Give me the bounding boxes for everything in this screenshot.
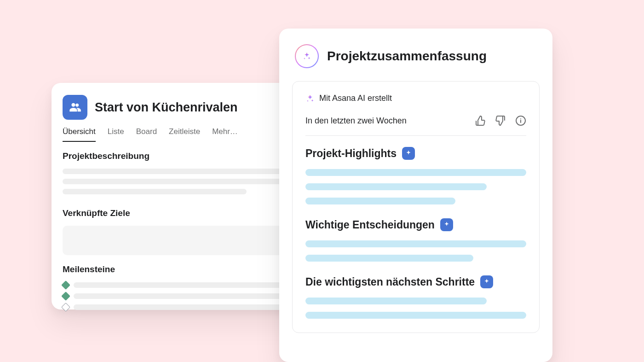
goals-heading: Verknüpfte Ziele xyxy=(63,208,305,218)
skeleton-line xyxy=(305,198,455,204)
thumbs-down-icon[interactable] xyxy=(495,115,506,126)
decisions-heading: Wichtige Entscheidungen xyxy=(305,219,435,231)
tab-timeline[interactable]: Zeitleiste xyxy=(169,127,200,142)
ai-created-line: Mit Asana AI erstellt xyxy=(305,93,526,103)
milestone-open-icon xyxy=(61,303,70,312)
goals-section: Verknüpfte Ziele xyxy=(52,199,316,255)
skeleton-line xyxy=(305,255,473,262)
ai-created-label: Mit Asana AI erstellt xyxy=(319,93,392,103)
project-tabs: Übersicht Liste Board Zeitleiste Mehr… xyxy=(52,127,316,142)
milestone-row xyxy=(63,293,305,299)
summary-card: Projektzusammenfassung Mit Asana AI erst… xyxy=(279,29,552,362)
milestones-section: Meilensteine xyxy=(52,255,316,310)
goals-placeholder xyxy=(63,226,305,255)
skeleton-line xyxy=(305,183,487,190)
skeleton-line xyxy=(305,169,526,176)
skeleton-line xyxy=(74,282,305,288)
decisions-section: Wichtige Entscheidungen xyxy=(305,218,526,262)
highlights-section: Projekt-Highlights xyxy=(305,147,526,204)
milestone-done-icon xyxy=(61,280,70,290)
thumbs-up-icon[interactable] xyxy=(475,115,486,126)
divider xyxy=(305,135,526,136)
skeleton-line xyxy=(63,169,305,174)
skeleton-line xyxy=(305,240,526,247)
feedback-actions xyxy=(475,115,526,126)
next-steps-heading: Die wichtigsten nächsten Schritte xyxy=(305,276,475,288)
next-steps-section: Die wichtigsten nächsten Schritte xyxy=(305,275,526,319)
milestone-done-icon xyxy=(61,292,70,301)
ai-circle-icon xyxy=(295,44,319,68)
project-card: Start von Küchenrivalen Übersicht Liste … xyxy=(52,83,316,309)
milestone-row xyxy=(63,304,305,310)
sparkle-icon xyxy=(305,94,315,103)
sparkle-icon xyxy=(302,52,311,61)
summary-header: Projektzusammenfassung xyxy=(292,44,540,68)
tab-list[interactable]: Liste xyxy=(108,127,124,142)
skeleton-line xyxy=(63,189,247,194)
skeleton-line xyxy=(305,312,526,319)
period-row: In den letzten zwei Wochen xyxy=(305,115,526,126)
svg-point-2 xyxy=(520,118,521,119)
ai-badge-icon xyxy=(480,275,493,288)
project-header: Start von Küchenrivalen xyxy=(52,95,316,127)
summary-title: Projektzusammenfassung xyxy=(327,49,487,64)
ai-badge-icon xyxy=(402,147,415,160)
project-people-icon xyxy=(63,95,87,120)
milestone-row xyxy=(63,282,305,288)
description-heading: Projektbeschreibung xyxy=(63,151,305,161)
skeleton-line xyxy=(74,293,305,299)
info-icon[interactable] xyxy=(515,115,526,126)
description-section: Projektbeschreibung xyxy=(52,142,316,194)
highlights-heading: Projekt-Highlights xyxy=(305,147,397,160)
project-title: Start von Küchenrivalen xyxy=(95,100,238,115)
summary-panel: Mit Asana AI erstellt In den letzten zwe… xyxy=(292,81,540,333)
skeleton-line xyxy=(63,179,293,184)
ai-badge-icon xyxy=(440,218,453,231)
tab-board[interactable]: Board xyxy=(136,127,157,142)
skeleton-line xyxy=(74,304,305,310)
milestones-heading: Meilensteine xyxy=(63,264,305,274)
tab-more[interactable]: Mehr… xyxy=(212,127,238,142)
tab-overview[interactable]: Übersicht xyxy=(63,127,96,142)
skeleton-line xyxy=(305,298,487,304)
period-text: In den letzten zwei Wochen xyxy=(305,116,407,126)
